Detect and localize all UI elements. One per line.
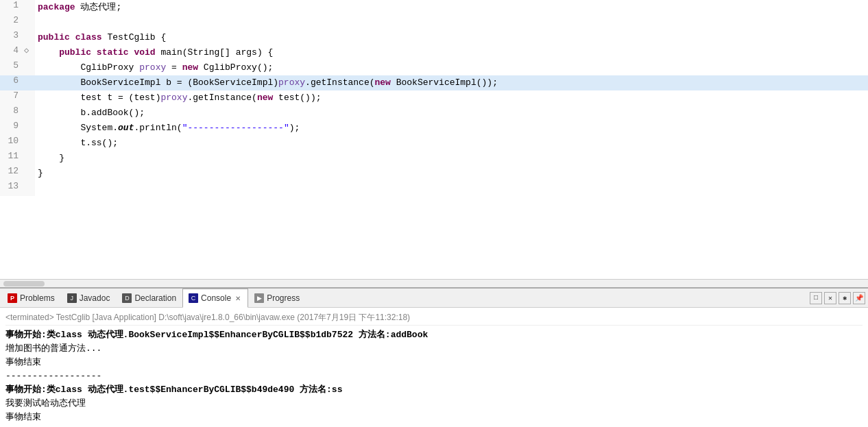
hscroll-thumb[interactable] [3, 281, 45, 286]
bp-col-3 [24, 30, 35, 45]
bottom-panel: P Problems J Javadoc D Declaration C Con… [0, 287, 868, 427]
code-line-2 [35, 15, 868, 30]
tab-progress-label: Progress [267, 293, 300, 303]
code-line-5: CglibProxy proxy = new CglibProxy(); [35, 60, 868, 75]
close-view-button[interactable]: ✕ [824, 292, 836, 304]
console-output-5: 事物开始:类class 动态代理.test$$EnhancerByCGLIB$$… [5, 383, 863, 397]
console-output-4: ------------------ [5, 369, 863, 383]
declaration-icon: D [122, 293, 132, 303]
console-output-1: 事物开始:类class 动态代理.BookServiceImpl$$Enhanc… [5, 328, 863, 342]
code-line-1: package 动态代理; [35, 0, 868, 15]
code-row-7: 7 test t = (test)proxy.getInstance(new t… [0, 90, 868, 106]
line-num-3: 3 [0, 30, 24, 45]
code-line-10: t.ss(); [35, 136, 868, 151]
code-line-7: test t = (test)proxy.getInstance(new tes… [35, 90, 868, 106]
line-num-4: 4 [0, 45, 24, 60]
code-line-9: System.out.println("------------------")… [35, 121, 868, 136]
console-output-7: 事物结束 [5, 411, 863, 424]
bp-col-5 [24, 60, 35, 75]
line-num-10: 10 [0, 136, 24, 151]
bp-col-2 [24, 15, 35, 30]
line-num-2: 2 [0, 15, 24, 30]
code-row-12: 12 } [0, 166, 868, 181]
bp-col-11 [24, 151, 35, 166]
tab-javadoc-label: Javadoc [80, 293, 110, 303]
line-num-6: 6 [0, 75, 24, 90]
pin-button[interactable]: 📌 [853, 292, 865, 304]
console-output-3: 事物结束 [5, 356, 863, 369]
console-terminated-line: <terminated> TestCglib [Java Application… [5, 310, 863, 326]
code-row-13: 13 [0, 181, 868, 196]
line-num-11: 11 [0, 151, 24, 166]
line-num-13: 13 [0, 181, 24, 196]
line-num-5: 5 [0, 60, 24, 75]
code-line-3: public class TestCglib { [35, 30, 868, 45]
tab-bar: P Problems J Javadoc D Declaration C Con… [0, 289, 868, 308]
javadoc-icon: J [67, 293, 77, 303]
tab-console-label: Console [201, 293, 231, 303]
console-content: <terminated> TestCglib [Java Application… [0, 308, 868, 427]
code-line-4: public static void main(String[] args) { [35, 45, 868, 60]
code-table: 1 package 动态代理; 2 3 public class TestCgl… [0, 0, 868, 196]
bp-col-10 [24, 136, 35, 151]
code-row-5: 5 CglibProxy proxy = new CglibProxy(); [0, 60, 868, 75]
code-line-6: BookServiceImpl b = (BookServiceImpl)pro… [35, 75, 868, 90]
line-num-7: 7 [0, 90, 24, 106]
bp-col-13 [24, 181, 35, 196]
minimize-button[interactable]: □ [810, 292, 822, 304]
console-tab-close[interactable]: ✕ [234, 294, 242, 302]
horizontal-scrollbar[interactable] [0, 279, 868, 287]
code-row-2: 2 [0, 15, 868, 30]
line-num-8: 8 [0, 106, 24, 121]
code-row-11: 11 } [0, 151, 868, 166]
code-line-12: } [35, 166, 868, 181]
console-output-2: 增加图书的普通方法... [5, 342, 863, 356]
bp-col-1 [24, 0, 35, 15]
tab-problems[interactable]: P Problems [1, 289, 61, 308]
console-output-6: 我要测试哈动态代理 [5, 397, 863, 411]
code-row-9: 9 System.out.println("------------------… [0, 121, 868, 136]
progress-icon: ▶ [254, 293, 264, 303]
code-row-3: 3 public class TestCglib { [0, 30, 868, 45]
code-line-8: b.addBook(); [35, 106, 868, 121]
code-row-8: 8 b.addBook(); [0, 106, 868, 121]
code-row-1: 1 package 动态代理; [0, 0, 868, 15]
clear-console-button[interactable]: ✱ [839, 292, 851, 304]
code-editor[interactable]: 1 package 动态代理; 2 3 public class TestCgl… [0, 0, 868, 279]
code-row-6: 6 BookServiceImpl b = (BookServiceImpl)p… [0, 75, 868, 90]
tab-declaration[interactable]: D Declaration [116, 289, 182, 308]
tab-problems-label: Problems [20, 293, 55, 303]
tab-javadoc[interactable]: J Javadoc [61, 289, 117, 308]
code-line-11: } [35, 151, 868, 166]
line-num-1: 1 [0, 0, 24, 15]
line-num-9: 9 [0, 121, 24, 136]
bp-col-12 [24, 166, 35, 181]
tab-console[interactable]: C Console ✕ [182, 289, 248, 308]
tab-declaration-label: Declaration [134, 293, 176, 303]
code-line-13 [35, 181, 868, 196]
bp-col-9 [24, 121, 35, 136]
bp-col-6 [24, 75, 35, 90]
console-icon: C [189, 293, 198, 303]
code-row-4: 4 ◇ public static void main(String[] arg… [0, 45, 868, 60]
tab-toolbar: □ ✕ ✱ 📌 [810, 292, 868, 304]
line-num-12: 12 [0, 166, 24, 181]
problems-icon: P [8, 293, 17, 303]
tab-progress[interactable]: ▶ Progress [248, 289, 306, 308]
code-row-10: 10 t.ss(); [0, 136, 868, 151]
bp-col-8 [24, 106, 35, 121]
bp-col-7 [24, 90, 35, 106]
bp-col-4: ◇ [24, 45, 35, 60]
